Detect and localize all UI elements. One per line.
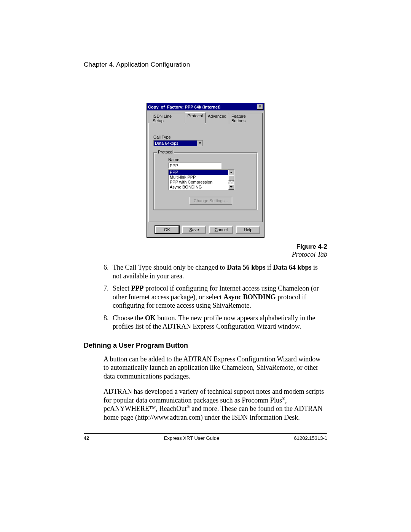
tab-advanced[interactable]: Advanced — [205, 113, 229, 124]
step-8: 8. Choose the OK button. The new profile… — [104, 314, 327, 331]
tab-panel-protocol: Call Type Data 64kbps Protocol Name PPP … — [148, 123, 263, 222]
protocol-legend: Protocol — [157, 150, 174, 154]
dialog-button-row: OK Save Cancel Help — [147, 224, 264, 237]
step-7: 7. Select PPP protocol if configuring fo… — [104, 284, 327, 310]
name-input[interactable]: PPP — [168, 163, 221, 169]
step-7-text: Select PPP protocol if configuring for I… — [113, 284, 327, 310]
svg-marker-1 — [230, 172, 233, 173]
page-content: Chapter 4. Application Configuration Cop… — [84, 61, 327, 428]
name-label: Name — [168, 157, 253, 162]
save-button[interactable]: Save — [182, 226, 206, 233]
tab-protocol[interactable]: Protocol — [185, 112, 206, 123]
change-settings-button: Change Settings... — [190, 197, 232, 204]
step-7-text-a: Select — [113, 284, 131, 292]
step-8-number: 8. — [104, 314, 113, 331]
chevron-down-icon[interactable] — [197, 141, 202, 146]
call-type-label: Call Type — [153, 135, 258, 139]
protocol-groupbox: Protocol Name PPP PPP Multi-link PPP PPP… — [153, 152, 258, 210]
protocol-listbox[interactable]: PPP Multi-link PPP PPP with Compression … — [168, 169, 234, 190]
step-8-text-a: Choose the — [113, 314, 145, 322]
chapter-header: Chapter 4. Application Configuration — [84, 61, 327, 69]
step-8-text: Choose the OK button. The new profile no… — [113, 314, 327, 331]
tab-feature-buttons[interactable]: Feature Buttons — [229, 113, 263, 124]
figure-title: Protocol Tab — [84, 251, 327, 259]
close-icon[interactable]: ✕ — [257, 104, 263, 110]
protocol-option-ppp[interactable]: PPP — [169, 170, 228, 175]
scroll-down-icon[interactable] — [228, 184, 234, 190]
para2-a: ADTRAN has developed a variety of techni… — [104, 388, 324, 404]
step-list: 6. The Call Type should only be changed … — [104, 263, 327, 331]
protocol-list[interactable]: PPP Multi-link PPP PPP with Compression … — [169, 170, 228, 190]
ok-button[interactable]: OK — [155, 226, 179, 233]
dialog-window: Copy_of_Factory: PPP 64k (Internet) ✕ IS… — [147, 103, 264, 238]
protocol-option-async-bonding[interactable]: Async BONDING — [169, 185, 228, 190]
figure-number: Figure 4-2 — [84, 243, 327, 251]
section-heading: Defining a User Program Button — [84, 342, 327, 350]
step-6-text-a: The Call Type should only be changed to — [113, 264, 227, 271]
protocol-option-multilink[interactable]: Multi-link PPP — [169, 175, 228, 180]
figure-caption: Figure 4-2 Protocol Tab — [84, 243, 327, 259]
svg-marker-0 — [199, 142, 201, 144]
page-number: 42 — [84, 435, 89, 441]
tab-row: ISDN Line Setup Protocol Advanced Featur… — [150, 112, 263, 123]
step-7-bold-2: Async BONDING — [223, 293, 276, 301]
step-7-bold-1: PPP — [131, 284, 143, 292]
step-6-number: 6. — [104, 263, 113, 280]
reg-mark-2: ® — [187, 404, 190, 409]
listbox-scrollbar[interactable] — [228, 170, 234, 190]
reg-mark-1: ® — [282, 396, 285, 401]
step-6-bold-1: Data 56 kbps — [227, 264, 265, 271]
scroll-up-icon[interactable] — [228, 170, 234, 175]
help-button[interactable]: Help — [236, 226, 260, 233]
step-7-number: 7. — [104, 284, 113, 310]
dialog-title: Copy_of_Factory: PPP 64k (Internet) — [148, 105, 221, 109]
step-6: 6. The Call Type should only be changed … — [104, 263, 327, 280]
footer-right: 61202.153L3-1 — [294, 435, 327, 441]
paragraph-2: ADTRAN has developed a variety of techni… — [104, 387, 327, 422]
cancel-button[interactable]: Cancel — [209, 226, 233, 233]
svg-marker-2 — [230, 186, 233, 188]
paragraph-1: A button can be added to the ADTRAN Expr… — [104, 355, 327, 381]
step-6-text: The Call Type should only be changed to … — [113, 263, 327, 280]
step-6-bold-2: Data 64 kbps — [273, 264, 311, 271]
call-type-value: Data 64kbps — [154, 141, 197, 146]
scroll-track[interactable] — [228, 181, 234, 184]
protocol-option-compression[interactable]: PPP with Compression — [169, 180, 228, 185]
call-type-dropdown[interactable]: Data 64kbps — [153, 140, 203, 146]
figure-screenshot: Copy_of_Factory: PPP 64k (Internet) ✕ IS… — [84, 84, 327, 238]
scroll-thumb[interactable] — [228, 175, 234, 181]
dialog-titlebar: Copy_of_Factory: PPP 64k (Internet) ✕ — [147, 103, 264, 110]
footer-center: Express XRT User Guide — [164, 435, 219, 441]
page-footer: 42 Express XRT User Guide 61202.153L3-1 — [84, 433, 327, 441]
step-6-text-c: if — [265, 264, 273, 271]
tab-isdn-line-setup[interactable]: ISDN Line Setup — [150, 113, 185, 124]
step-8-bold-1: OK — [145, 314, 156, 322]
